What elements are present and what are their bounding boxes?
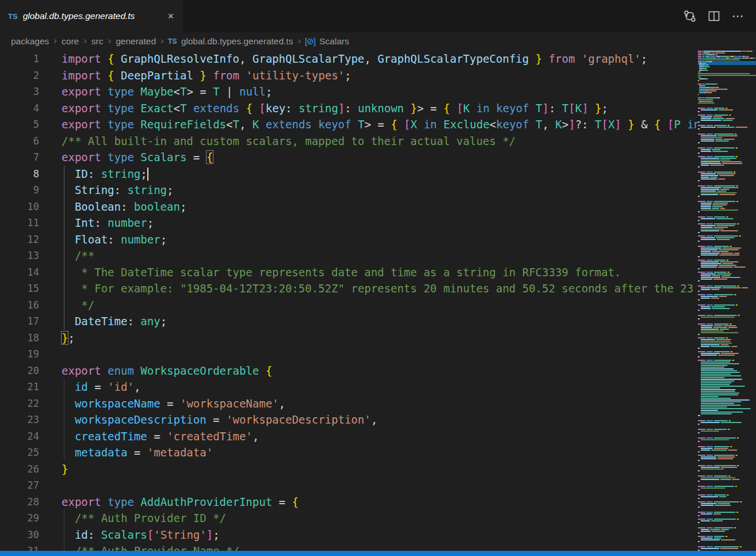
line-number[interactable]: 17 xyxy=(0,315,39,327)
line-number[interactable]: 14 xyxy=(0,266,39,278)
code-line[interactable]: 30 id: Scalars['String']; xyxy=(0,527,698,543)
code-text: workspaceName = 'workspaceName', xyxy=(62,395,285,412)
line-number[interactable]: 19 xyxy=(0,348,39,360)
line-number[interactable]: 25 xyxy=(0,447,39,458)
line-number[interactable]: 20 xyxy=(0,365,39,376)
line-number[interactable]: 5 xyxy=(0,119,39,130)
code-editor[interactable]: 1import { GraphQLResolveInfo, GraphQLSca… xyxy=(0,51,756,556)
code-token: string xyxy=(101,167,141,180)
line-number[interactable]: 13 xyxy=(0,250,39,261)
code-line[interactable]: 14 * The DateTime scalar type represents… xyxy=(0,264,698,281)
code-line[interactable]: 9 String: string; xyxy=(0,182,698,199)
line-number[interactable]: 3 xyxy=(0,86,39,97)
code-token: id xyxy=(75,380,88,393)
code-line[interactable]: 11 Int: number; xyxy=(0,215,698,231)
split-editor-icon[interactable] xyxy=(704,6,724,26)
line-number[interactable]: 9 xyxy=(0,184,39,196)
code-line[interactable]: 24 createdTime = 'createdTime', xyxy=(0,428,698,445)
open-changes-icon[interactable] xyxy=(680,6,700,26)
line-number[interactable]: 4 xyxy=(0,102,39,114)
code-token: T xyxy=(595,118,601,131)
line-number[interactable]: 28 xyxy=(0,496,39,508)
code-line[interactable]: 15 * For example: "1985-04-12T23:20:50.5… xyxy=(0,280,698,297)
code-line[interactable]: 19 xyxy=(0,346,698,363)
code-text: /** Auth Provider ID */ xyxy=(62,510,226,527)
code-token xyxy=(62,315,75,327)
line-number[interactable]: 2 xyxy=(0,70,39,81)
code-line[interactable]: 28export type AddAuthProviderInput = { xyxy=(0,494,698,511)
editor-tab[interactable]: TS global.db.types.generated.ts × xyxy=(0,0,183,32)
code-line[interactable]: 12 Float: number; xyxy=(0,231,698,248)
code-token: Scalars xyxy=(101,528,147,541)
code-token: > = xyxy=(186,85,213,98)
code-token: ; xyxy=(161,315,167,327)
code-line[interactable]: 23 workspaceDescription = 'workspaceDesc… xyxy=(0,412,698,428)
code-token: : xyxy=(345,102,358,115)
breadcrumb-item-generated[interactable]: generated xyxy=(115,36,156,47)
breadcrumb-item-src[interactable]: src xyxy=(91,36,104,47)
line-number[interactable]: 11 xyxy=(0,217,39,229)
chevron-right-icon: › xyxy=(104,35,116,47)
line-number[interactable]: 1 xyxy=(0,53,39,64)
line-number[interactable]: 27 xyxy=(0,479,39,491)
line-number[interactable]: 15 xyxy=(0,283,39,294)
code-token: extends xyxy=(266,118,312,131)
code-line[interactable]: 5export type RequireFields<T, K extends … xyxy=(0,116,698,133)
code-line[interactable]: 13 /** xyxy=(0,247,698,264)
code-line[interactable]: 7export type Scalars = { xyxy=(0,149,698,166)
code-token: keyof xyxy=(496,118,529,131)
close-icon[interactable]: × xyxy=(165,10,176,22)
line-number[interactable]: 29 xyxy=(0,512,39,524)
code-token xyxy=(101,69,108,82)
symbol-variable-icon: [⊘] xyxy=(305,36,315,47)
code-line[interactable]: 1import { GraphQLResolveInfo, GraphQLSca… xyxy=(0,51,698,67)
code-line[interactable]: 18}; xyxy=(0,330,698,346)
code-line[interactable]: 10 Boolean: boolean; xyxy=(0,199,698,215)
line-number[interactable]: 23 xyxy=(0,414,39,425)
code-lines[interactable]: 1import { GraphQLResolveInfo, GraphQLSca… xyxy=(0,51,698,556)
code-line[interactable]: 20export enum WorkspaceOrderable { xyxy=(0,363,698,379)
code-token: : xyxy=(121,200,134,213)
code-token xyxy=(101,102,108,115)
line-number[interactable]: 21 xyxy=(0,381,39,393)
breadcrumb-file[interactable]: global.db.types.generated.ts xyxy=(181,36,294,47)
line-number[interactable]: 16 xyxy=(0,299,39,311)
line-number[interactable]: 22 xyxy=(0,398,39,409)
code-text: * The DateTime scalar type represents da… xyxy=(62,264,621,281)
code-line[interactable]: 21 id = 'id', xyxy=(0,379,698,395)
minimap[interactable] xyxy=(698,51,756,556)
code-token: } xyxy=(62,463,68,475)
code-line[interactable]: 3export type Maybe<T> = T | null; xyxy=(0,83,698,100)
line-number[interactable]: 6 xyxy=(0,135,39,147)
code-line[interactable]: 2import { DeepPartial } from 'utility-ty… xyxy=(0,67,698,84)
code-token: 'workspaceName' xyxy=(180,397,279,410)
code-line[interactable]: 26} xyxy=(0,461,698,478)
line-number[interactable]: 26 xyxy=(0,463,39,475)
code-token: Float xyxy=(75,233,108,246)
code-token xyxy=(134,496,140,508)
code-token: { xyxy=(391,118,397,131)
code-token: = xyxy=(207,413,226,426)
breadcrumb-item-core[interactable]: core xyxy=(61,36,79,47)
code-line[interactable]: 25 metadata = 'metadata' xyxy=(0,444,698,461)
code-line[interactable]: 6/** All built-in and custom scalars, ma… xyxy=(0,133,698,150)
more-actions-icon[interactable]: ⋯ xyxy=(728,6,748,26)
line-number[interactable]: 30 xyxy=(0,529,39,540)
code-line[interactable]: 8 ID: string; xyxy=(0,166,698,182)
breadcrumb-symbol[interactable]: Scalars xyxy=(319,36,350,47)
code-line[interactable]: 16 */ xyxy=(0,297,698,314)
code-token xyxy=(351,118,357,131)
code-line[interactable]: 27 xyxy=(0,477,698,494)
code-line[interactable]: 22 workspaceName = 'workspaceName', xyxy=(0,395,698,412)
code-line[interactable]: 17 DateTime: any; xyxy=(0,313,698,330)
code-line[interactable]: 4export type Exact<T extends { [key: str… xyxy=(0,100,698,117)
line-number[interactable]: 24 xyxy=(0,431,39,442)
line-number[interactable]: 8 xyxy=(0,168,39,180)
code-token xyxy=(114,69,121,82)
code-line[interactable]: 29 /** Auth Provider ID */ xyxy=(0,510,698,527)
line-number[interactable]: 12 xyxy=(0,234,39,245)
line-number[interactable]: 7 xyxy=(0,151,39,163)
line-number[interactable]: 10 xyxy=(0,201,39,212)
line-number[interactable]: 18 xyxy=(0,332,39,344)
breadcrumb-item-packages[interactable]: packages xyxy=(10,36,49,47)
